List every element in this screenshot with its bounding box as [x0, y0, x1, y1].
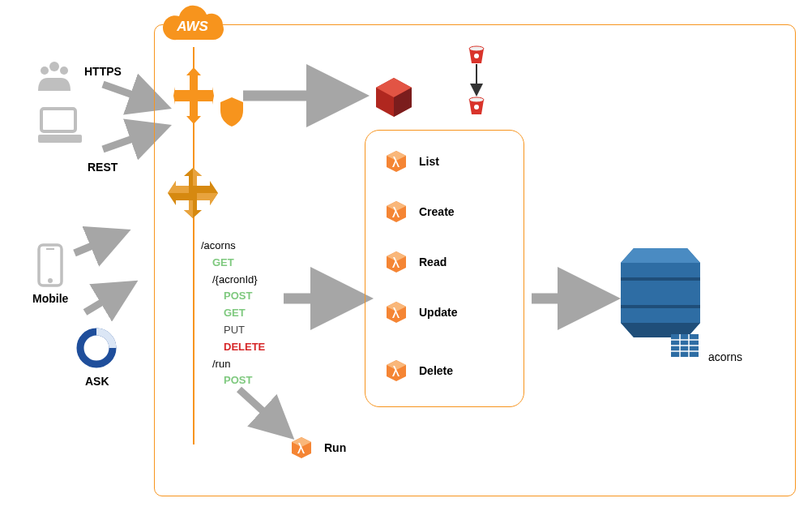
- db-table-label: acorns: [708, 350, 742, 363]
- svg-point-10: [41, 67, 49, 75]
- https-label: HTTPS: [84, 65, 122, 78]
- lambda-icon: [385, 251, 408, 273]
- lambda-run-label: Run: [324, 441, 346, 454]
- db-table-icon: [671, 334, 699, 360]
- svg-point-22: [474, 54, 479, 58]
- aws-label: AWS: [177, 19, 208, 35]
- lambda-read: Read: [385, 251, 447, 273]
- svg-line-0: [103, 84, 158, 104]
- route-item: /{acronId}: [201, 272, 265, 289]
- svg-point-11: [60, 67, 68, 75]
- svg-rect-40: [621, 277, 700, 281]
- svg-point-24: [474, 105, 479, 110]
- shield-icon: [217, 96, 246, 131]
- lambda-icon: [385, 150, 408, 173]
- lambda-run: Run: [290, 436, 346, 459]
- computer-icon: [36, 105, 83, 149]
- cloudfront-icon: [173, 67, 214, 127]
- route-run: /run: [201, 356, 265, 373]
- lambda-update: Update: [385, 301, 457, 324]
- api-gateway-icon: [166, 166, 220, 223]
- mobile-icon: [36, 243, 64, 290]
- lambda-create-label: Create: [419, 205, 455, 218]
- bucket-dest-icon: [467, 97, 486, 119]
- svg-marker-39: [621, 248, 700, 263]
- lambda-delete-label: Delete: [419, 364, 453, 377]
- route-item-put: PUT: [201, 322, 265, 339]
- svg-point-9: [49, 62, 59, 71]
- lambda-list-label: List: [419, 155, 439, 168]
- route-item-post: POST: [201, 288, 265, 305]
- route-root-get: GET: [201, 255, 265, 272]
- route-item-get: GET: [201, 305, 265, 322]
- lambda-icon: [385, 301, 408, 324]
- s3-icon: [371, 75, 417, 123]
- svg-point-15: [48, 278, 53, 283]
- rest-label: REST: [88, 161, 118, 174]
- lambda-icon: [385, 200, 408, 223]
- lambda-icon: [385, 359, 408, 382]
- svg-line-1: [103, 130, 158, 149]
- ask-ring-icon: [75, 326, 118, 373]
- lambda-update-label: Update: [419, 306, 457, 319]
- svg-point-21: [469, 46, 484, 51]
- users-icon: [35, 60, 74, 96]
- api-routes-block: /acorns GET /{acronId} POST GET PUT DELE…: [201, 238, 265, 389]
- lambda-read-label: Read: [419, 256, 447, 268]
- route-item-delete: DELETE: [201, 339, 265, 356]
- aws-cloud-badge: AWS: [158, 6, 227, 47]
- route-run-post: POST: [201, 372, 265, 389]
- lambda-icon: [290, 436, 313, 459]
- svg-point-23: [469, 97, 484, 102]
- svg-rect-16: [46, 248, 54, 250]
- ask-label: ASK: [85, 375, 109, 388]
- lambda-create: Create: [385, 200, 455, 223]
- svg-rect-13: [38, 135, 82, 143]
- svg-line-3: [85, 288, 126, 312]
- svg-rect-41: [621, 305, 700, 308]
- bucket-source-icon: [467, 45, 486, 68]
- dynamodb-icon: [616, 240, 705, 349]
- mobile-label: Mobile: [32, 292, 68, 305]
- svg-line-2: [75, 235, 118, 253]
- lambda-delete: Delete: [385, 359, 453, 382]
- route-root: /acorns: [201, 238, 265, 255]
- lambda-list: List: [385, 150, 439, 173]
- svg-rect-12: [41, 109, 75, 131]
